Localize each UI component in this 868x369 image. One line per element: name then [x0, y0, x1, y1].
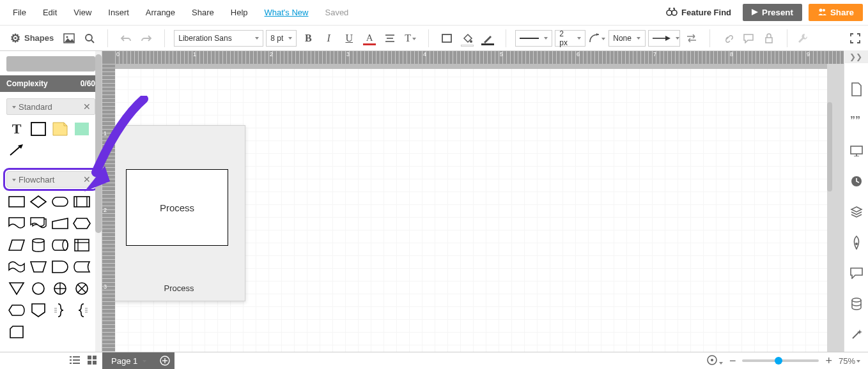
ruler-vertical[interactable]: 0123 [102, 64, 115, 352]
shapes-library-button[interactable]: Shapes [6, 29, 58, 48]
zoom-fit-button[interactable] [706, 354, 723, 368]
arrow-shape[interactable] [8, 142, 26, 160]
canvas-scrollbar[interactable] [827, 102, 832, 192]
underline-button[interactable]: U [340, 29, 358, 47]
summing-junction-shape[interactable] [73, 280, 91, 297]
menu-help[interactable]: Help [223, 4, 256, 21]
collapse-rail-button[interactable]: ❯❯ [844, 50, 868, 63]
process-shape[interactable] [8, 193, 26, 211]
text-color-button[interactable]: A [360, 29, 378, 47]
menu-view[interactable]: View [66, 4, 99, 21]
manual-input-shape[interactable] [51, 215, 69, 232]
new-doc-icon[interactable] [848, 80, 865, 98]
display-shape[interactable] [8, 301, 26, 319]
bucket-fill-button[interactable] [458, 29, 476, 47]
stored-data-shape[interactable] [73, 258, 91, 276]
direct-data-shape[interactable] [51, 236, 69, 254]
menu-file[interactable]: File [5, 4, 34, 21]
zoom-out-button[interactable]: − [729, 354, 736, 368]
zoom-slider-thumb[interactable] [775, 357, 782, 365]
svg-marker-36 [31, 262, 46, 272]
text-box-button[interactable]: T [401, 29, 419, 47]
line-end-select[interactable] [648, 30, 680, 47]
page-tab-1[interactable]: Page 1 [102, 352, 155, 370]
quote-icon[interactable]: ”” [848, 111, 865, 129]
close-icon[interactable]: ✕ [83, 174, 91, 184]
document-shape[interactable] [8, 215, 26, 232]
menu-arrange[interactable]: Arrange [138, 4, 183, 21]
font-family-select[interactable]: Liberation Sans [174, 30, 263, 47]
share-button[interactable]: Share [809, 4, 863, 21]
grid-view-icon[interactable] [87, 355, 97, 367]
decision-shape[interactable] [29, 193, 47, 211]
menu-whats-new[interactable]: What's New [257, 4, 316, 21]
menu-insert[interactable]: Insert [100, 4, 137, 21]
feature-find-button[interactable]: Feature Find [661, 4, 736, 20]
bold-button[interactable]: B [299, 29, 317, 47]
list-view-icon[interactable] [69, 356, 81, 366]
preparation-shape[interactable] [73, 215, 91, 232]
font-size-select[interactable]: 8 pt [266, 30, 297, 47]
manual-operation-shape[interactable] [29, 258, 47, 276]
history-icon[interactable] [848, 172, 865, 190]
chat-icon[interactable] [848, 264, 865, 282]
scrollbar-thumb[interactable] [95, 54, 102, 233]
zoom-in-button[interactable]: + [825, 354, 832, 368]
note-shape[interactable] [51, 120, 69, 138]
present-button[interactable]: Present [743, 4, 802, 21]
border-color-button[interactable] [479, 29, 497, 47]
card-shape[interactable] [8, 323, 26, 341]
link-button[interactable] [719, 29, 737, 47]
line-style-select[interactable] [515, 30, 552, 47]
data-shape[interactable] [8, 236, 26, 254]
magic-icon[interactable] [848, 326, 865, 343]
line-start-select[interactable]: None [608, 30, 646, 47]
lock-button[interactable] [760, 29, 778, 47]
off-page-shape[interactable] [29, 301, 47, 319]
zoom-slider[interactable] [742, 359, 819, 362]
insert-image-button[interactable] [60, 29, 78, 47]
internal-storage-shape[interactable] [73, 236, 91, 254]
shape-preview-caption: Process [113, 283, 245, 293]
or-shape[interactable] [51, 280, 69, 297]
swap-ends-button[interactable] [683, 29, 701, 47]
ruler-horizontal[interactable]: 0123456789 [115, 51, 844, 64]
shapegroup-standard-header[interactable]: Standard ✕ [6, 98, 95, 115]
redo-button[interactable] [137, 29, 155, 47]
shape-preview-text: Process [160, 202, 194, 213]
line-width-select[interactable]: 2 px [555, 30, 585, 47]
terminator-shape[interactable] [51, 193, 69, 211]
italic-button[interactable]: I [320, 29, 337, 47]
undo-button[interactable] [117, 29, 135, 47]
data-icon[interactable] [848, 295, 865, 313]
rectangle-shape[interactable] [29, 120, 47, 138]
brace-right-shape[interactable] [51, 301, 69, 319]
connector-shape[interactable] [29, 280, 47, 297]
fullscreen-button[interactable] [846, 29, 864, 47]
theme-icon[interactable] [848, 234, 865, 252]
paper-tape-shape[interactable] [8, 258, 26, 276]
text-shape[interactable]: T [8, 120, 26, 138]
brace-left-shape[interactable] [73, 301, 91, 319]
zoom-level-select[interactable]: 75% [839, 356, 860, 366]
merge-shape[interactable] [8, 280, 26, 297]
menu-edit[interactable]: Edit [35, 4, 65, 21]
block-shape[interactable] [73, 120, 91, 138]
shape-search-input[interactable] [6, 56, 95, 72]
add-page-button[interactable] [155, 352, 174, 370]
presentation-icon[interactable] [848, 142, 865, 160]
line-curve-button[interactable] [588, 29, 606, 47]
multi-document-shape[interactable] [29, 215, 47, 232]
comment-button[interactable] [740, 29, 757, 47]
menu-share[interactable]: Share [184, 4, 222, 21]
layers-icon[interactable] [848, 203, 865, 221]
shapegroup-flowchart-header[interactable]: Flowchart ✕ [6, 171, 95, 188]
delay-shape[interactable] [51, 258, 69, 276]
database-shape[interactable] [29, 236, 47, 254]
close-icon[interactable]: ✕ [83, 102, 91, 112]
search-button[interactable] [81, 29, 98, 47]
predefined-process-shape[interactable] [73, 193, 91, 211]
fill-color-button[interactable] [438, 29, 456, 47]
text-align-button[interactable] [381, 29, 399, 47]
wrench-button[interactable] [794, 29, 812, 47]
